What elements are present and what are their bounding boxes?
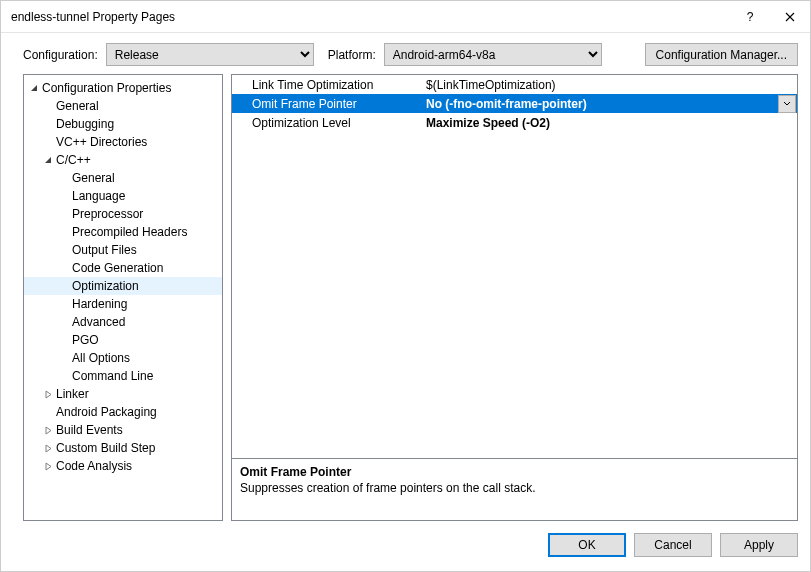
tree-item[interactable]: Android Packaging	[24, 403, 222, 421]
tree-item-label: Code Generation	[70, 261, 165, 275]
property-name: Omit Frame Pointer	[232, 97, 422, 111]
tree-item-label: PGO	[70, 333, 101, 347]
platform-select[interactable]: Android-arm64-v8a	[384, 43, 602, 66]
tree-item-label: All Options	[70, 351, 132, 365]
configuration-label: Configuration:	[23, 48, 98, 62]
collapse-icon[interactable]	[42, 156, 54, 165]
tree-item[interactable]: Linker	[24, 385, 222, 403]
property-pages-window: endless-tunnel Property Pages ? Configur…	[0, 0, 811, 572]
tree-item[interactable]: Debugging	[24, 115, 222, 133]
property-value[interactable]: No (-fno-omit-frame-pointer)	[422, 97, 778, 111]
property-row[interactable]: Omit Frame PointerNo (-fno-omit-frame-po…	[232, 94, 797, 113]
tree-item[interactable]: Language	[24, 187, 222, 205]
tree-item[interactable]: C/C++	[24, 151, 222, 169]
tree-item-label: Advanced	[70, 315, 127, 329]
tree-item[interactable]: Preprocessor	[24, 205, 222, 223]
apply-button[interactable]: Apply	[720, 533, 798, 557]
tree-item-label: Precompiled Headers	[70, 225, 189, 239]
tree-item-label: Hardening	[70, 297, 129, 311]
tree-item-label: C/C++	[54, 153, 93, 167]
tree-item[interactable]: General	[24, 169, 222, 187]
titlebar: endless-tunnel Property Pages ?	[1, 1, 810, 33]
close-icon	[785, 12, 795, 22]
tree-item-label: Command Line	[70, 369, 155, 383]
tree-item[interactable]: General	[24, 97, 222, 115]
property-name: Link Time Optimization	[232, 78, 422, 92]
property-value[interactable]: Maximize Speed (-O2)	[422, 116, 797, 130]
tree-item[interactable]: Code Generation	[24, 259, 222, 277]
collapse-icon[interactable]	[28, 84, 40, 93]
tree-item-label: General	[54, 99, 101, 113]
tree-item-label: Build Events	[54, 423, 125, 437]
description-pane: Omit Frame Pointer Suppresses creation o…	[232, 458, 797, 520]
tree-item[interactable]: Custom Build Step	[24, 439, 222, 457]
expand-icon[interactable]	[42, 390, 54, 399]
cancel-button[interactable]: Cancel	[634, 533, 712, 557]
property-grid-panel: Link Time Optimization$(LinkTimeOptimiza…	[231, 74, 798, 521]
property-name: Optimization Level	[232, 116, 422, 130]
chevron-down-icon	[783, 101, 791, 107]
tree-item[interactable]: Output Files	[24, 241, 222, 259]
dialog-footer: OK Cancel Apply	[1, 521, 810, 571]
property-grid[interactable]: Link Time Optimization$(LinkTimeOptimiza…	[232, 75, 797, 458]
description-body: Suppresses creation of frame pointers on…	[240, 481, 789, 495]
window-title: endless-tunnel Property Pages	[11, 10, 730, 24]
expand-icon[interactable]	[42, 426, 54, 435]
expand-icon[interactable]	[42, 444, 54, 453]
tree-item-label: Preprocessor	[70, 207, 145, 221]
tree-item[interactable]: Optimization	[24, 277, 222, 295]
tree-item-label: VC++ Directories	[54, 135, 149, 149]
tree-root[interactable]: Configuration Properties	[24, 79, 222, 97]
tree-item-label: Optimization	[70, 279, 141, 293]
expand-icon[interactable]	[42, 462, 54, 471]
dropdown-button[interactable]	[778, 95, 796, 113]
tree-item-label: Custom Build Step	[54, 441, 157, 455]
tree-item-label: Code Analysis	[54, 459, 134, 473]
tree-item[interactable]: Build Events	[24, 421, 222, 439]
property-row[interactable]: Link Time Optimization$(LinkTimeOptimiza…	[232, 75, 797, 94]
config-row: Configuration: Release Platform: Android…	[1, 33, 810, 74]
configuration-manager-button[interactable]: Configuration Manager...	[645, 43, 798, 66]
tree-item[interactable]: All Options	[24, 349, 222, 367]
tree-item-label: Android Packaging	[54, 405, 159, 419]
tree-item-label: General	[70, 171, 117, 185]
property-row[interactable]: Optimization LevelMaximize Speed (-O2)	[232, 113, 797, 132]
tree-item[interactable]: Precompiled Headers	[24, 223, 222, 241]
description-heading: Omit Frame Pointer	[240, 465, 789, 479]
tree-item[interactable]: VC++ Directories	[24, 133, 222, 151]
tree-item[interactable]: Hardening	[24, 295, 222, 313]
tree-item-label: Output Files	[70, 243, 139, 257]
tree-item[interactable]: Advanced	[24, 313, 222, 331]
help-button[interactable]: ?	[730, 1, 770, 32]
tree-item[interactable]: PGO	[24, 331, 222, 349]
tree-item-label: Language	[70, 189, 127, 203]
property-tree[interactable]: Configuration Properties GeneralDebuggin…	[23, 74, 223, 521]
tree-item[interactable]: Code Analysis	[24, 457, 222, 475]
close-button[interactable]	[770, 1, 810, 32]
configuration-select[interactable]: Release	[106, 43, 314, 66]
tree-item[interactable]: Command Line	[24, 367, 222, 385]
tree-item-label: Linker	[54, 387, 91, 401]
platform-label: Platform:	[328, 48, 376, 62]
ok-button[interactable]: OK	[548, 533, 626, 557]
tree-item-label: Debugging	[54, 117, 116, 131]
property-value[interactable]: $(LinkTimeOptimization)	[422, 78, 797, 92]
